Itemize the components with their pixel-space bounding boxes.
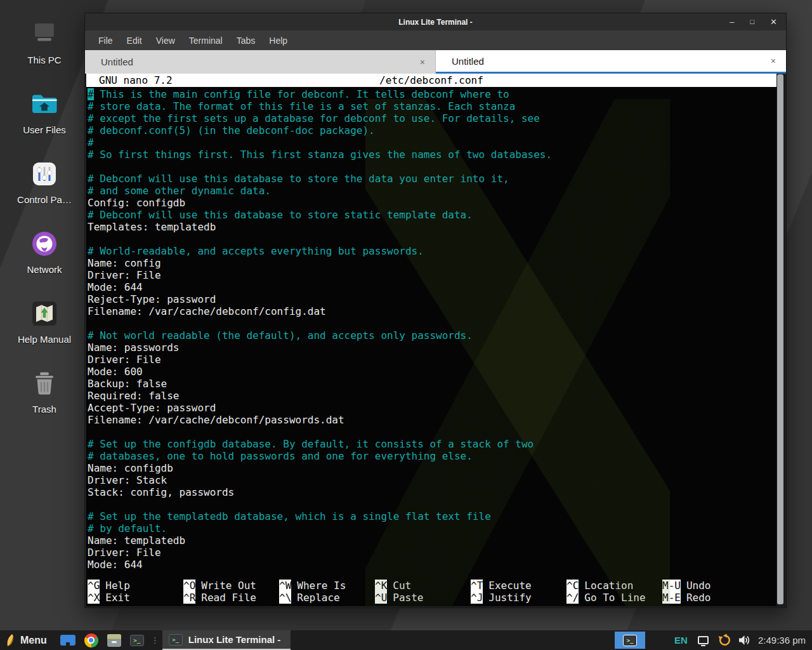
close-button[interactable]: ✕ xyxy=(770,18,777,26)
nano-shortcut: ^WWhere Is xyxy=(279,580,375,592)
editor-line[interactable]: # This is the main config file for debco… xyxy=(88,88,776,100)
editor-line[interactable]: # Not world readable (the default), and … xyxy=(88,329,776,342)
editor-line[interactable]: Name: passwords xyxy=(88,342,776,354)
editor-line[interactable]: # World-readable, and accepts everything… xyxy=(88,245,776,257)
tab-close-icon[interactable]: × xyxy=(420,57,425,67)
nano-shortcut: ^JJustify xyxy=(471,592,566,604)
editor-line[interactable]: # xyxy=(88,136,776,149)
editor-line[interactable]: # except the first sets up a database fo… xyxy=(88,112,776,124)
editor-line[interactable]: Driver: File xyxy=(88,269,776,281)
taskbar-window-button[interactable]: >_ Linux Lite Terminal - xyxy=(162,630,291,650)
editor-line[interactable]: # Set up the configdb database. By defau… xyxy=(88,438,776,450)
tab-untitled-2[interactable]: Untitled × xyxy=(436,50,786,74)
editor-line[interactable]: # Debconf will use this database to stor… xyxy=(88,173,776,185)
nano-titlebar: GNU nano 7.2 /etc/debconf.conf xyxy=(86,74,776,87)
editor-line[interactable]: # debconf.conf(5) (in the debconf-doc pa… xyxy=(88,124,776,136)
updates-tray-icon[interactable] xyxy=(718,633,731,647)
editor-line[interactable]: Driver: Stack xyxy=(88,474,776,486)
menu-edit[interactable]: Edit xyxy=(120,36,149,46)
nano-shortcut: M-ERedo xyxy=(662,592,710,604)
editor-line[interactable]: # databases, one to hold passwords and o… xyxy=(88,450,776,462)
editor-line[interactable] xyxy=(88,498,776,510)
editor-line[interactable]: # and some other dynamic data. xyxy=(88,185,776,197)
editor-line[interactable]: Filename: /var/cache/debconf/config.dat xyxy=(88,305,776,317)
desktop-icon-trash[interactable]: Trash xyxy=(8,368,81,415)
menu-help[interactable]: Help xyxy=(262,36,294,46)
nano-filename: /etc/debconf.conf xyxy=(86,74,776,87)
language-indicator[interactable]: EN xyxy=(674,635,688,646)
workspace-icon[interactable] xyxy=(60,635,75,646)
editor-line[interactable]: # Set up the templatedb database, which … xyxy=(88,510,776,522)
tab-close-icon[interactable]: × xyxy=(771,56,776,66)
menu-tabs[interactable]: Tabs xyxy=(230,36,263,46)
scrollbar-thumb[interactable] xyxy=(777,74,783,604)
terminal-scrollbar[interactable] xyxy=(776,74,785,606)
editor-text-area[interactable]: # This is the main config file for debco… xyxy=(86,88,776,580)
desktop: { "colors": { "comment_teal": "#16a8a8",… xyxy=(0,0,812,650)
taskbar-separator: ⋮ xyxy=(151,635,159,645)
editor-line[interactable]: # Debconf will use this database to stor… xyxy=(88,209,776,221)
window-titlebar[interactable]: Linux Lite Terminal - – □ ✕ xyxy=(85,13,786,30)
desktop-icon-help-manual[interactable]: Help Manual xyxy=(8,298,81,345)
volume-icon[interactable] xyxy=(738,635,750,646)
text-cursor: # xyxy=(88,88,94,100)
menu-file[interactable]: File xyxy=(91,36,120,46)
menu-terminal[interactable]: Terminal xyxy=(182,36,230,46)
desktop-icon-user-files[interactable]: User Files xyxy=(8,89,81,135)
computer-icon xyxy=(29,19,60,50)
tab-untitled-1[interactable]: Untitled × xyxy=(85,50,436,74)
tab-bar: Untitled × Untitled × xyxy=(85,50,786,74)
editor-line[interactable]: Mode: 600 xyxy=(88,366,776,378)
editor-line[interactable]: Name: templatedb xyxy=(88,534,776,547)
editor-line[interactable]: Name: configdb xyxy=(88,462,776,474)
terminal-icon: >_ xyxy=(623,635,637,646)
desktop-icon-label: Trash xyxy=(8,404,81,415)
editor-line[interactable]: Driver: File xyxy=(88,547,776,559)
editor-line[interactable]: Driver: File xyxy=(88,354,776,366)
display-tray-icon[interactable] xyxy=(698,636,709,644)
editor-line[interactable]: # store data. The format of this file is… xyxy=(88,100,776,112)
desktop-icon-label: Help Manual xyxy=(8,334,81,345)
editor-line[interactable]: # by default. xyxy=(88,522,776,534)
editor-line[interactable] xyxy=(88,317,776,329)
clock[interactable]: 2:49:36 pm xyxy=(758,635,806,646)
editor-line[interactable]: Required: false xyxy=(88,390,776,402)
editor-line[interactable]: Mode: 644 xyxy=(88,559,776,571)
editor-line[interactable]: # So first things first. This first stan… xyxy=(88,149,776,161)
editor-line[interactable]: Name: config xyxy=(88,257,776,269)
maximize-button[interactable]: □ xyxy=(750,18,754,26)
desktop-icon-this-pc[interactable]: This PC xyxy=(8,19,81,65)
nano-shortcut: ^/Go To Line xyxy=(566,592,662,604)
menu-view[interactable]: View xyxy=(149,36,182,46)
desktop-icon-control-panel[interactable]: Control Pa… xyxy=(8,159,81,205)
tray-active-window-preview[interactable]: >_ xyxy=(615,632,645,649)
window-title: Linux Lite Terminal - xyxy=(85,18,786,27)
minimize-button[interactable]: – xyxy=(730,18,734,26)
editor-line[interactable]: Backup: false xyxy=(88,378,776,390)
nano-shortcut: ^\Replace xyxy=(279,592,375,604)
desktop-icon-label: This PC xyxy=(8,55,81,65)
desktop-icon-label: Control Pa… xyxy=(8,194,81,205)
nano-shortcut: ^KCut xyxy=(375,580,471,592)
terminal-content[interactable]: GNU nano 7.2 /etc/debconf.conf # This is… xyxy=(86,74,785,606)
editor-line[interactable]: Stack: config, passwords xyxy=(88,486,776,498)
desktop-icon-label: User Files xyxy=(8,124,81,135)
editor-line[interactable] xyxy=(88,426,776,438)
editor-line[interactable]: Reject-Type: password xyxy=(88,293,776,305)
editor-line[interactable]: Config: configdb xyxy=(88,197,776,209)
editor-line[interactable]: Filename: /var/cache/debconf/passwords.d… xyxy=(88,414,776,426)
chrome-icon[interactable] xyxy=(84,633,98,647)
nano-shortcut: M-UUndo xyxy=(662,580,710,592)
nano-shortcut: ^OWrite Out xyxy=(183,580,279,592)
editor-line[interactable] xyxy=(88,233,776,245)
menu-button[interactable]: Menu xyxy=(20,635,47,646)
editor-line[interactable] xyxy=(88,161,776,173)
control-panel-icon xyxy=(29,159,60,189)
file-manager-icon[interactable] xyxy=(107,634,121,647)
linux-lite-logo-icon[interactable] xyxy=(5,633,16,647)
desktop-icon-network[interactable]: Network xyxy=(8,229,81,275)
editor-line[interactable]: Templates: templatedb xyxy=(88,221,776,233)
editor-line[interactable]: Mode: 644 xyxy=(88,281,776,293)
terminal-launcher-icon[interactable]: >_ xyxy=(130,635,144,646)
editor-line[interactable]: Accept-Type: password xyxy=(88,402,776,414)
